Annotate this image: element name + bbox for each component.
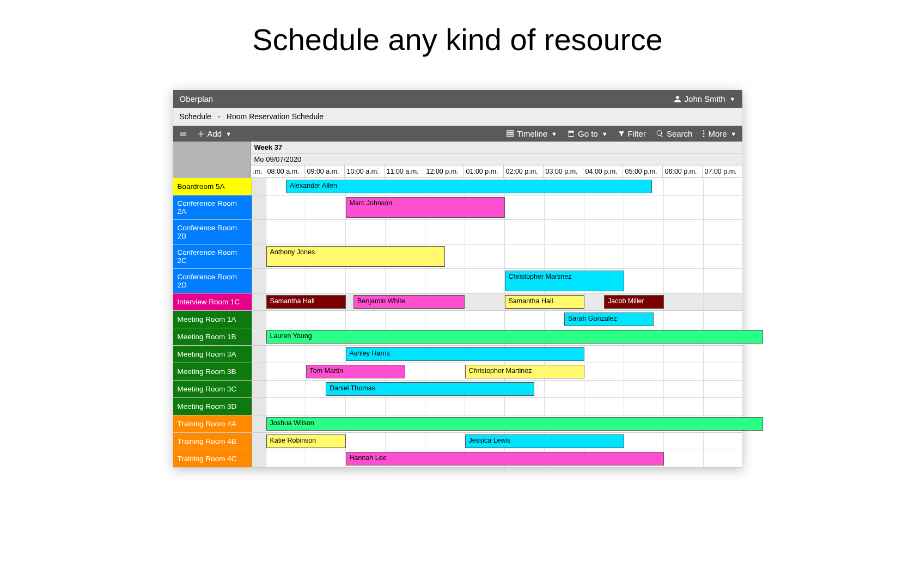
resource-label[interactable]: Training Room 4B [173,433,252,450]
resource-row: Interview Room 1CSamantha HallBenjamin W… [173,293,742,311]
topbar: Oberplan John Smith ▼ [173,90,742,108]
resource-track[interactable]: Christopher Martinez [252,269,742,293]
funnel-icon [618,130,625,138]
resource-track[interactable]: Samantha HallBenjamin WhiteSamantha Hall… [252,293,742,310]
hour-cell: 03:00 p.m. [544,166,583,177]
resource-label[interactable]: Conference Room 2C [173,244,252,268]
resource-row: Conference Room 2B [173,220,742,244]
resource-label[interactable]: Conference Room 2D [173,269,252,293]
resource-row: Training Room 4BKatie RobinsonJessica Le… [173,433,742,450]
menu-button[interactable] [179,130,187,138]
event[interactable]: Alexander Allen [286,180,652,193]
goto-label: Go to [578,129,598,138]
resource-track[interactable]: Tom MartinChristopher Martinez [252,363,742,380]
filter-button[interactable]: Filter [618,129,646,138]
search-icon [656,130,664,138]
event[interactable]: Lauren Young [266,330,764,344]
resource-row: Meeting Room 3CDaniel Thomas [173,381,742,398]
resource-label[interactable]: Meeting Room 3A [173,346,252,363]
event[interactable]: Ashley Harris [346,347,584,361]
event[interactable]: Marc Johnson [346,197,505,218]
resource-row: Meeting Room 1BLauren Young [173,328,742,346]
event[interactable]: Sarah Gonzalez [564,313,654,326]
resource-label[interactable]: Conference Room 2A [173,195,252,219]
event[interactable]: Jessica Lewis [465,434,624,448]
resource-label[interactable]: Meeting Room 3D [173,398,252,415]
hour-cell: 02:00 p.m. [504,166,544,177]
event[interactable]: Joshua Wilson [266,417,764,431]
resource-label[interactable]: Interview Room 1C [173,293,252,310]
add-label: Add [208,129,222,138]
event[interactable]: Daniel Thomas [326,382,534,396]
resource-track[interactable] [252,220,742,244]
resource-track[interactable]: Sarah Gonzalez [252,311,742,328]
hour-cell: 10:00 a.m. [345,166,385,177]
resource-track[interactable]: Joshua Wilson [252,415,742,432]
resource-label[interactable]: Meeting Room 1B [173,328,252,345]
hours-row: .m.08:00 a.m.09:00 a.m.10:00 a.m.11:00 a… [251,166,742,177]
plus-icon [197,130,205,138]
resource-row: Meeting Room 3BTom MartinChristopher Mar… [173,363,742,381]
event[interactable]: Katie Robinson [266,434,346,448]
breadcrumb-root[interactable]: Schedule [180,112,211,121]
event[interactable]: Samantha Hall [266,295,346,309]
resource-row: Conference Room 2AMarc Johnson [173,195,742,220]
app-name: Oberplan [180,94,213,103]
resource-row: Meeting Room 1ASarah Gonzalez [173,311,742,328]
resource-label[interactable]: Training Room 4A [173,415,252,432]
goto-button[interactable]: Go to ▼ [567,129,608,138]
header-corner [173,142,251,177]
resource-label[interactable]: Meeting Room 3B [173,363,252,380]
breadcrumb-sep: - [218,112,221,121]
hour-cell: 04:00 p.m. [583,166,623,177]
filter-label: Filter [628,129,646,138]
hour-cell: 09:00 a.m. [305,166,345,177]
search-button[interactable]: Search [656,129,693,138]
resource-track[interactable]: Marc Johnson [252,195,742,219]
resource-label[interactable]: Meeting Room 3C [173,381,252,397]
event[interactable]: Anthony Jones [266,246,446,267]
user-menu[interactable]: John Smith ▼ [674,94,736,103]
event[interactable]: Hannah Lee [346,452,664,465]
resource-label[interactable]: Boardroom 5A [173,178,252,195]
breadcrumb-page: Room Reservation Schedule [227,112,324,121]
add-button[interactable]: Add ▼ [197,129,232,138]
event[interactable]: Samantha Hall [505,295,584,309]
hour-cell: 06:00 p.m. [663,166,703,177]
event[interactable]: Tom Martin [306,365,406,378]
schedule-body: Boardroom 5AAlexander AllenConference Ro… [173,178,742,468]
event[interactable]: Jacob Miller [604,295,664,309]
event[interactable]: Christopher Martinez [505,271,624,291]
resource-track[interactable]: Alexander Allen [252,178,742,195]
resource-row: Meeting Room 3AAshley Harris [173,346,742,363]
user-name: John Smith [685,94,725,103]
resource-label[interactable]: Meeting Room 1A [173,311,252,328]
event[interactable]: Christopher Martinez [465,365,584,378]
resource-row: Conference Room 2CAnthony Jones [173,244,742,269]
resource-track[interactable]: Ashley Harris [252,346,742,363]
app-window: Oberplan John Smith ▼ Schedule - Room Re… [173,90,742,468]
more-button[interactable]: More ▼ [702,129,736,138]
event[interactable]: Benjamin White [353,295,465,309]
timeline-button[interactable]: Timeline ▼ [506,129,557,138]
resource-track[interactable]: Hannah Lee [252,450,742,467]
resource-row: Training Room 4AJoshua Wilson [173,415,742,433]
svg-point-0 [703,130,705,132]
toolbar: Add ▼ Timeline ▼ Go to ▼ Filter Search M… [173,126,742,142]
hour-cell: 08:00 a.m. [265,166,305,177]
resource-label[interactable]: Conference Room 2B [173,220,252,244]
hour-cell: 12:00 p.m. [424,166,464,177]
svg-point-1 [703,133,705,134]
resource-label[interactable]: Training Room 4C [173,450,252,467]
resource-track[interactable]: Katie RobinsonJessica Lewis [252,433,742,450]
calendar-icon [567,130,575,138]
schedule: Week 37 Mo 09/07/2020 .m.08:00 a.m.09:00… [173,142,742,468]
resource-track[interactable]: Anthony Jones [252,244,742,268]
caret-down-icon: ▼ [551,131,557,137]
caret-down-icon: ▼ [602,131,608,137]
timeline-label: Timeline [517,129,547,138]
resource-track[interactable]: Lauren Young [252,328,742,345]
page-title: Schedule any kind of resource [0,0,915,74]
resource-track[interactable] [252,398,742,415]
resource-track[interactable]: Daniel Thomas [252,381,742,397]
